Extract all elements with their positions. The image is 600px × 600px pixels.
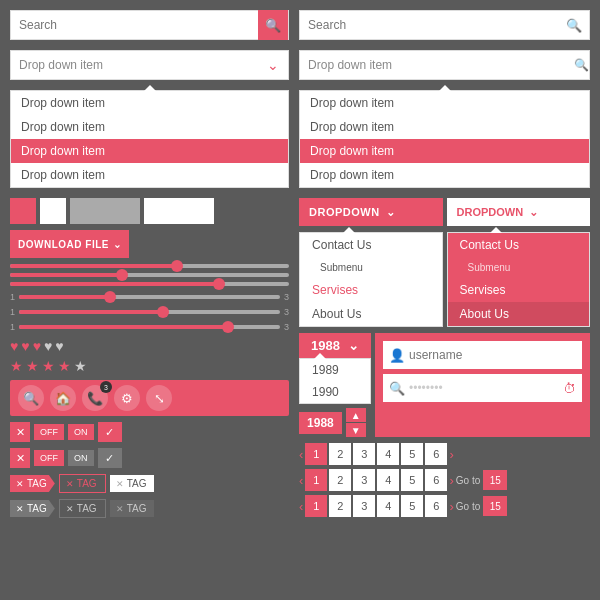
square-btn-white[interactable] xyxy=(40,198,66,224)
nav-item-contact[interactable]: Contact Us xyxy=(300,233,441,257)
spinbox-up[interactable]: ▲ xyxy=(346,408,366,422)
page-2-1[interactable]: 1 xyxy=(305,469,327,491)
nav-item-contact-pink[interactable]: Contact Us xyxy=(448,233,589,257)
toggle-on-2[interactable]: ON xyxy=(68,450,94,466)
dd-item-right-3[interactable]: Drop down item xyxy=(300,163,589,187)
toggle-off-1[interactable]: OFF xyxy=(34,424,64,440)
page-2-6[interactable]: 6 xyxy=(425,469,447,491)
dd-item-left-3[interactable]: Drop down item xyxy=(11,163,288,187)
page-2-4[interactable]: 4 xyxy=(377,469,399,491)
tag-x-1a[interactable]: ✕ xyxy=(16,479,24,489)
page-1-5[interactable]: 5 xyxy=(401,443,423,465)
dd-item-left-2[interactable]: Drop down item xyxy=(11,139,288,163)
search-bar-left[interactable]: 🔍 xyxy=(10,10,289,40)
tag-1a[interactable]: ✕ TAG xyxy=(10,475,55,492)
nav-item-submenu-pink[interactable]: Submenu xyxy=(448,257,589,278)
dd-item-right-2[interactable]: Drop down item xyxy=(300,139,589,163)
username-field[interactable]: 👤 xyxy=(383,341,582,369)
username-input[interactable] xyxy=(409,348,576,362)
icon-search[interactable]: 🔍 xyxy=(18,385,44,411)
page-3-1[interactable]: 1 xyxy=(305,495,327,517)
page-3-2[interactable]: 2 xyxy=(329,495,351,517)
page-1-6[interactable]: 6 xyxy=(425,443,447,465)
spinbox-down[interactable]: ▼ xyxy=(346,423,366,437)
search-icon-right[interactable]: 🔍 xyxy=(559,10,589,40)
dropdown-btn-2[interactable]: DROPDOWN ⌄ xyxy=(447,198,590,226)
heart-3[interactable]: ♥ xyxy=(33,338,41,354)
tag-x-2c[interactable]: ✕ xyxy=(116,504,124,514)
icon-expand[interactable]: ⤡ xyxy=(146,385,172,411)
search-input-left[interactable] xyxy=(11,18,258,32)
goto-input-3[interactable] xyxy=(483,496,507,516)
star-4[interactable]: ★ xyxy=(58,358,71,374)
icon-home[interactable]: 🏠 xyxy=(50,385,76,411)
square-btn-pink[interactable] xyxy=(10,198,36,224)
goto-input-2[interactable] xyxy=(483,470,507,490)
tag-x-2b[interactable]: ✕ xyxy=(66,504,74,514)
search-bar-right[interactable]: 🔍 xyxy=(299,10,590,40)
x-btn-1[interactable]: ✕ xyxy=(10,422,30,442)
toggle-check-2[interactable]: ✓ xyxy=(98,448,122,468)
range-slider-2[interactable]: 1 3 xyxy=(10,307,289,317)
password-input[interactable] xyxy=(409,381,559,395)
page-1-4[interactable]: 4 xyxy=(377,443,399,465)
tag-1c[interactable]: ✕ TAG xyxy=(110,475,155,492)
nav-item-about-pink[interactable]: About Us xyxy=(448,302,589,326)
page-next-1[interactable]: › xyxy=(449,447,453,462)
x-btn-2[interactable]: ✕ xyxy=(10,448,30,468)
tag-x-2a[interactable]: ✕ xyxy=(16,504,24,514)
star-1[interactable]: ★ xyxy=(10,358,23,374)
dropdown-select-right[interactable]: Drop down item 🔍 xyxy=(299,50,590,80)
star-2[interactable]: ★ xyxy=(26,358,39,374)
nav-item-services[interactable]: Servises xyxy=(300,278,441,302)
nav-item-about[interactable]: About Us xyxy=(300,302,441,326)
tag-x-1b[interactable]: ✕ xyxy=(66,479,74,489)
heart-2[interactable]: ♥ xyxy=(21,338,29,354)
page-3-6[interactable]: 6 xyxy=(425,495,447,517)
star-3[interactable]: ★ xyxy=(42,358,55,374)
rect-btn-gray[interactable] xyxy=(70,198,140,224)
tag-2b[interactable]: ✕ TAG xyxy=(59,499,106,518)
page-1-1[interactable]: 1 xyxy=(305,443,327,465)
download-button[interactable]: DOWNLOAD FILE ⌄ xyxy=(10,230,129,258)
password-field[interactable]: 🔍 ⏱ xyxy=(383,374,582,402)
search-input-right[interactable] xyxy=(300,18,559,32)
icon-settings[interactable]: ⚙ xyxy=(114,385,140,411)
tag-2c[interactable]: ✕ TAG xyxy=(110,500,155,517)
dd-item-left-0[interactable]: Drop down item xyxy=(11,91,288,115)
page-3-3[interactable]: 3 xyxy=(353,495,375,517)
star-5[interactable]: ★ xyxy=(74,358,87,374)
slider-3[interactable] xyxy=(10,282,289,286)
icon-phone[interactable]: 📞 3 xyxy=(82,385,108,411)
page-next-2[interactable]: › xyxy=(449,473,453,488)
tag-x-1c[interactable]: ✕ xyxy=(116,479,124,489)
dropdown-search-icon[interactable]: 🔍 xyxy=(574,58,589,72)
page-3-4[interactable]: 4 xyxy=(377,495,399,517)
tag-1b[interactable]: ✕ TAG xyxy=(59,474,106,493)
toggle-check-1[interactable]: ✓ xyxy=(98,422,122,442)
page-prev-3[interactable]: ‹ xyxy=(299,499,303,514)
tag-2a[interactable]: ✕ TAG xyxy=(10,500,55,517)
dd-item-right-0[interactable]: Drop down item xyxy=(300,91,589,115)
rect-btn-white[interactable] xyxy=(144,198,214,224)
dd-item-left-1[interactable]: Drop down item xyxy=(11,115,288,139)
toggle-off-2[interactable]: OFF xyxy=(34,450,64,466)
heart-1[interactable]: ♥ xyxy=(10,338,18,354)
page-2-5[interactable]: 5 xyxy=(401,469,423,491)
page-prev-2[interactable]: ‹ xyxy=(299,473,303,488)
dropdown-select-left[interactable]: Drop down item ⌄ xyxy=(10,50,289,80)
heart-5[interactable]: ♥ xyxy=(55,338,63,354)
page-1-2[interactable]: 2 xyxy=(329,443,351,465)
search-button-left[interactable]: 🔍 xyxy=(258,10,288,40)
range-slider-3[interactable]: 1 3 xyxy=(10,322,289,332)
nav-item-services-pink[interactable]: Servises xyxy=(448,278,589,302)
dd-item-right-1[interactable]: Drop down item xyxy=(300,115,589,139)
slider-2[interactable] xyxy=(10,273,289,277)
year-item-1989[interactable]: 1989 xyxy=(300,359,370,381)
dropdown-btn-1[interactable]: DROPDOWN ⌄ xyxy=(299,198,442,226)
heart-4[interactable]: ♥ xyxy=(44,338,52,354)
page-next-3[interactable]: › xyxy=(449,499,453,514)
page-prev-1[interactable]: ‹ xyxy=(299,447,303,462)
slider-1[interactable] xyxy=(10,264,289,268)
page-3-5[interactable]: 5 xyxy=(401,495,423,517)
